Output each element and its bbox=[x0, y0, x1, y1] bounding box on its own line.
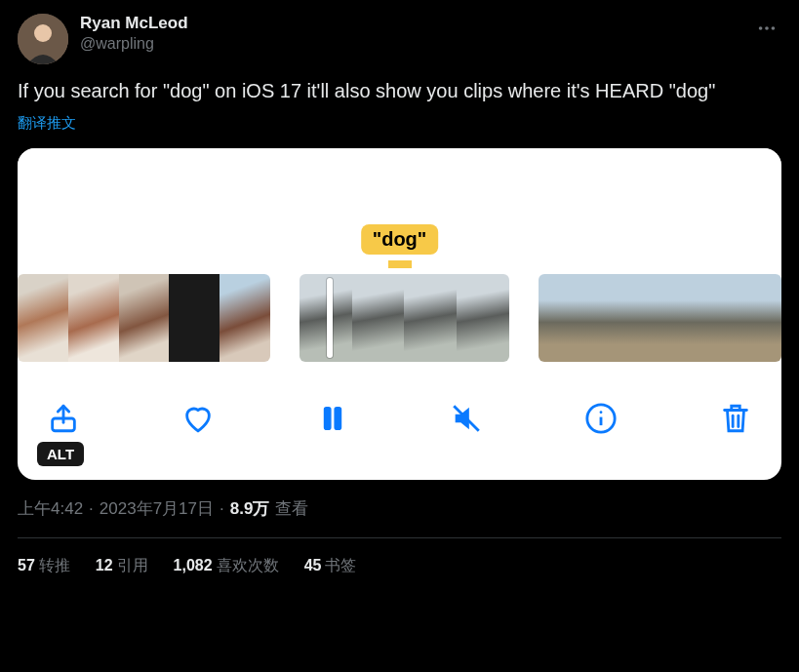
share-icon[interactable] bbox=[47, 402, 80, 435]
views-count: 8.9万 bbox=[230, 497, 270, 520]
separator: · bbox=[89, 499, 94, 519]
clip-thumb[interactable] bbox=[300, 274, 352, 362]
retweets-label: 转推 bbox=[39, 557, 70, 573]
info-icon[interactable] bbox=[584, 402, 618, 435]
avatar[interactable] bbox=[18, 14, 68, 64]
clip-thumb[interactable] bbox=[700, 274, 741, 362]
tweet-container: Ryan McLeod @warpling If you search for … bbox=[0, 0, 799, 576]
playhead-marker bbox=[388, 260, 412, 268]
svg-point-1 bbox=[34, 24, 52, 42]
tweet-header: Ryan McLeod @warpling bbox=[18, 14, 781, 64]
clip-thumb[interactable] bbox=[659, 274, 700, 362]
handle[interactable]: @warpling bbox=[80, 35, 188, 53]
bookmarks-stat[interactable]: 45书签 bbox=[304, 556, 357, 576]
date[interactable]: 2023年7月17日 bbox=[100, 497, 214, 520]
svg-rect-6 bbox=[324, 408, 330, 430]
scrubber-handle[interactable] bbox=[327, 278, 333, 358]
clip-thumb[interactable] bbox=[404, 274, 457, 362]
media-top: "dog" bbox=[18, 148, 781, 271]
retweets-count: 57 bbox=[18, 557, 35, 573]
quotes-stat[interactable]: 12引用 bbox=[96, 556, 148, 576]
quotes-count: 12 bbox=[96, 557, 113, 573]
clip-thumb[interactable] bbox=[220, 274, 270, 362]
timeline[interactable] bbox=[18, 271, 781, 365]
bookmarks-label: 书签 bbox=[325, 557, 356, 573]
clip-thumb[interactable] bbox=[18, 274, 68, 362]
clip-thumb[interactable] bbox=[68, 274, 119, 362]
svg-rect-7 bbox=[335, 408, 340, 430]
media-card[interactable]: "dog" bbox=[18, 148, 781, 480]
clip-thumb[interactable] bbox=[740, 274, 781, 362]
svg-point-4 bbox=[772, 26, 776, 30]
caption-tag: "dog" bbox=[361, 224, 439, 255]
author-block: Ryan McLeod @warpling bbox=[80, 14, 188, 53]
clip-thumb[interactable] bbox=[619, 274, 660, 362]
tweet-meta: 上午4:42 · 2023年7月17日 · 8.9万 查看 bbox=[18, 497, 781, 520]
tweet-text: If you search for "dog" on iOS 17 it'll … bbox=[18, 78, 781, 104]
clip-thumb[interactable] bbox=[579, 274, 619, 362]
clip-thumb[interactable] bbox=[539, 274, 579, 362]
likes-label: 喜欢次数 bbox=[217, 557, 279, 573]
clip-thumb[interactable] bbox=[352, 274, 405, 362]
translate-link[interactable]: 翻译推文 bbox=[18, 114, 781, 133]
clip-group[interactable] bbox=[300, 274, 509, 362]
svg-point-3 bbox=[765, 26, 769, 30]
svg-point-2 bbox=[759, 26, 763, 30]
time[interactable]: 上午4:42 bbox=[18, 497, 83, 520]
heart-icon[interactable] bbox=[181, 402, 215, 435]
alt-badge[interactable]: ALT bbox=[37, 442, 84, 466]
pause-icon[interactable] bbox=[316, 402, 349, 435]
clip-thumb[interactable] bbox=[457, 274, 509, 362]
separator: · bbox=[220, 499, 224, 519]
likes-stat[interactable]: 1,082喜欢次数 bbox=[174, 556, 279, 576]
display-name[interactable]: Ryan McLeod bbox=[80, 14, 188, 33]
media-toolbar bbox=[18, 365, 781, 451]
views-label: 查看 bbox=[275, 497, 308, 520]
stats-row: 57转推 12引用 1,082喜欢次数 45书签 bbox=[18, 538, 781, 576]
clip-group[interactable] bbox=[18, 274, 270, 362]
trash-icon[interactable] bbox=[719, 402, 752, 435]
retweets-stat[interactable]: 57转推 bbox=[18, 556, 70, 576]
clip-group[interactable] bbox=[539, 274, 781, 362]
clip-thumb[interactable] bbox=[169, 274, 220, 362]
mute-icon[interactable] bbox=[450, 402, 483, 435]
quotes-label: 引用 bbox=[117, 557, 148, 573]
svg-point-11 bbox=[600, 411, 603, 414]
clip-thumb[interactable] bbox=[119, 274, 170, 362]
bookmarks-count: 45 bbox=[304, 557, 322, 573]
likes-count: 1,082 bbox=[174, 557, 213, 573]
more-menu[interactable] bbox=[752, 14, 781, 47]
